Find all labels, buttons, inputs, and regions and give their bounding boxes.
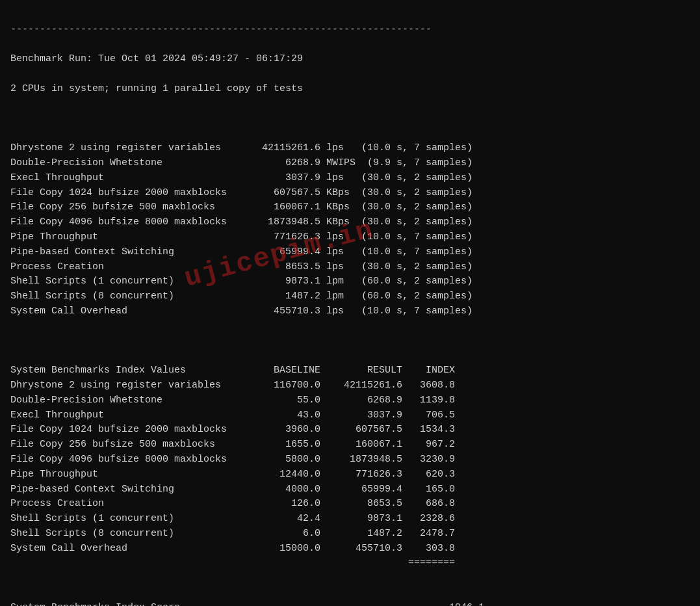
index-section: System Benchmarks Index Values BASELINE … <box>10 363 690 571</box>
index-result-row: Shell Scripts (1 concurrent) 42.4 9873.1… <box>10 512 690 527</box>
blank-line-1 <box>10 112 690 127</box>
index-result-row: Dhrystone 2 using register variables 116… <box>10 378 690 393</box>
raw-result-row: File Copy 4096 bufsize 8000 maxblocks 18… <box>10 215 690 230</box>
index-result-row: File Copy 1024 bufsize 2000 maxblocks 39… <box>10 423 690 438</box>
index-result-row: Execl Throughput 43.0 3037.9 706.5 <box>10 408 690 423</box>
terminal-output: ----------------------------------------… <box>10 8 690 141</box>
index-result-row: Pipe-based Context Switching 4000.0 6599… <box>10 482 690 497</box>
raw-result-row: File Copy 256 bufsize 500 maxblocks 1600… <box>10 200 690 215</box>
equals-line: ======== <box>10 556 690 571</box>
raw-result-row: Shell Scripts (1 concurrent) 9873.1 lpm … <box>10 274 690 289</box>
index-result-row: Process Creation 126.0 8653.5 686.8 <box>10 497 690 512</box>
score-line: System Benchmarks Index Score 1046.1 <box>10 601 690 606</box>
raw-result-row: Process Creation 8653.5 lps (30.0 s, 2 s… <box>10 260 690 275</box>
raw-result-row: Double-Precision Whetstone 6268.9 MWIPS … <box>10 156 690 171</box>
separator-line: ----------------------------------------… <box>10 23 690 38</box>
index-result-row: Pipe Throughput 12440.0 771626.3 620.3 <box>10 468 690 482</box>
raw-result-row: Dhrystone 2 using register variables 421… <box>10 141 690 156</box>
index-result-row: File Copy 4096 bufsize 8000 maxblocks 58… <box>10 453 690 468</box>
index-result-row: Shell Scripts (8 concurrent) 6.0 1487.2 … <box>10 527 690 542</box>
raw-result-row: Execl Throughput 3037.9 lps (30.0 s, 2 s… <box>10 171 690 186</box>
raw-result-row: File Copy 1024 bufsize 2000 maxblocks 60… <box>10 186 690 201</box>
raw-result-row: Shell Scripts (8 concurrent) 1487.2 lpm … <box>10 289 690 304</box>
index-header-line: System Benchmarks Index Values BASELINE … <box>10 363 690 378</box>
index-result-row: Double-Precision Whetstone 55.0 6268.9 1… <box>10 393 690 408</box>
raw-results-section: Dhrystone 2 using register variables 421… <box>10 141 690 319</box>
benchmark-run-line: Benchmark Run: Tue Oct 01 2024 05:49:27 … <box>10 52 690 67</box>
cpu-info-line: 2 CPUs in system; running 1 parallel cop… <box>10 82 690 97</box>
raw-result-row: Pipe-based Context Switching 65999.4 lps… <box>10 245 690 260</box>
index-result-row: System Call Overhead 15000.0 455710.3 30… <box>10 542 690 557</box>
score-section: System Benchmarks Index Score 1046.1 <box>10 571 690 606</box>
index-result-row: File Copy 256 bufsize 500 maxblocks 1655… <box>10 438 690 453</box>
blank-line-2 <box>10 319 690 363</box>
raw-result-row: System Call Overhead 455710.3 lps (10.0 … <box>10 304 690 319</box>
raw-result-row: Pipe Throughput 771626.3 lps (10.0 s, 7 … <box>10 230 690 245</box>
